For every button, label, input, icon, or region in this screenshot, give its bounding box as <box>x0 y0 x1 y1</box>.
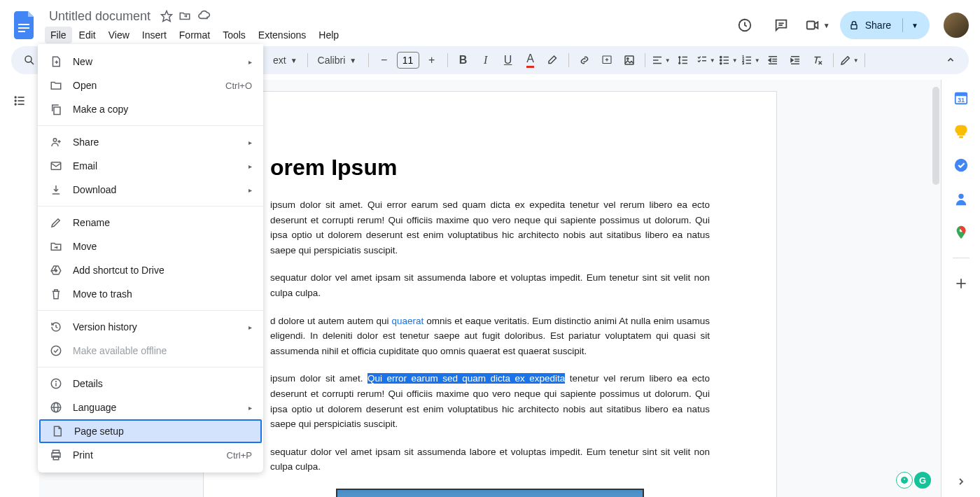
svg-rect-61 <box>54 107 60 115</box>
tasks-app-icon[interactable] <box>953 157 969 174</box>
file-menu-dropdown: New▸OpenCtrl+OMake a copyShare▸Email▸Dow… <box>38 44 263 472</box>
paragraph-style-select[interactable]: ext ▼ <box>269 55 302 66</box>
paragraph[interactable]: sequatur dolor vel amet ipsam sit assume… <box>270 444 710 475</box>
file-menu-download[interactable]: Download▸ <box>38 178 263 202</box>
svg-point-79 <box>904 479 905 480</box>
file-menu-rename[interactable]: Rename <box>38 211 263 234</box>
menu-item-label: Make available offline <box>73 345 252 356</box>
increase-indent-button[interactable] <box>785 50 805 70</box>
file-menu-make-a-copy[interactable]: Make a copy <box>38 97 263 121</box>
search-menus-icon[interactable] <box>20 50 39 70</box>
paragraph[interactable]: ipsum dolor sit amet. Qui error earum se… <box>270 197 710 258</box>
menu-item-label: Make a copy <box>73 104 252 115</box>
file-menu-move[interactable]: Move <box>38 234 263 258</box>
italic-button[interactable]: I <box>476 50 496 70</box>
submenu-arrow-icon: ▸ <box>248 404 252 412</box>
comments-icon[interactable] <box>767 11 795 39</box>
menu-edit[interactable]: Edit <box>74 27 102 43</box>
menu-insert[interactable]: Insert <box>136 27 172 43</box>
share-button[interactable]: Share ▼ <box>840 11 930 39</box>
vertical-scrollbar[interactable] <box>932 87 939 185</box>
insert-image-button[interactable] <box>620 50 639 70</box>
submenu-arrow-icon: ▸ <box>248 323 252 331</box>
history-icon[interactable] <box>731 11 759 39</box>
menu-view[interactable]: View <box>103 27 135 43</box>
cloud-status-icon[interactable] <box>197 9 211 23</box>
grammarly-badge[interactable]: G <box>914 472 931 489</box>
selected-text[interactable]: Qui error earum sed quam dicta ex expedi… <box>368 373 565 384</box>
menu-item-label: New <box>73 56 239 67</box>
menu-item-label: Page setup <box>74 426 251 437</box>
embedded-image[interactable] <box>336 489 644 497</box>
decrease-font-size-button[interactable]: − <box>374 50 394 70</box>
editing-mode-button[interactable]: ▼ <box>839 50 859 70</box>
insert-link-button[interactable] <box>575 50 594 70</box>
star-icon[interactable] <box>160 10 173 22</box>
file-menu-details[interactable]: Details <box>38 372 263 396</box>
bulleted-list-button[interactable]: ▼ <box>718 50 738 70</box>
meet-button[interactable]: ▼ <box>804 11 832 39</box>
decrease-indent-button[interactable] <box>763 50 783 70</box>
line-spacing-button[interactable] <box>673 50 693 70</box>
get-addons-button[interactable] <box>953 275 969 292</box>
svg-point-9 <box>25 56 31 62</box>
menu-help[interactable]: Help <box>313 27 344 43</box>
show-outline-button[interactable] <box>7 88 32 113</box>
menu-extensions[interactable]: Extensions <box>253 27 312 43</box>
file-menu-new[interactable]: New▸ <box>38 50 263 74</box>
maps-app-icon[interactable] <box>953 224 969 241</box>
paragraph[interactable]: ipsum dolor sit amet. Qui error earum se… <box>270 371 710 431</box>
page: orem Ipsum ipsum dolor sit amet. Qui err… <box>203 91 777 497</box>
drive-add-icon: + <box>49 263 63 277</box>
keep-app-icon[interactable] <box>953 123 969 140</box>
menu-file[interactable]: File <box>45 27 72 43</box>
docs-logo[interactable] <box>11 11 39 39</box>
font-size-input[interactable]: 11 <box>397 52 419 69</box>
calendar-app-icon[interactable]: 31 <box>953 90 969 106</box>
extension-badges: G <box>896 472 931 489</box>
menu-item-label: Email <box>73 160 239 172</box>
shortcut-text: Ctrl+O <box>225 80 252 91</box>
shortcut-text: Ctrl+P <box>227 450 252 461</box>
add-comment-button[interactable] <box>597 50 617 70</box>
submenu-arrow-icon: ▸ <box>248 162 252 170</box>
file-menu-move-to-trash[interactable]: Move to trash <box>38 282 263 306</box>
align-button[interactable]: ▼ <box>651 50 671 70</box>
file-menu-page-setup[interactable]: Page setup <box>39 419 262 443</box>
file-menu-share[interactable]: Share▸ <box>38 130 263 154</box>
file-menu-version-history[interactable]: Version history▸ <box>38 315 263 339</box>
bold-button[interactable]: B <box>454 50 473 70</box>
menu-item-label: Move to trash <box>73 288 252 300</box>
file-menu-language[interactable]: Language▸ <box>38 396 263 419</box>
extension-badge-1[interactable] <box>896 472 913 489</box>
svg-rect-7 <box>807 22 815 29</box>
file-menu-open[interactable]: OpenCtrl+O <box>38 74 263 97</box>
submenu-arrow-icon: ▸ <box>248 186 252 194</box>
document-heading[interactable]: orem Ipsum <box>270 155 710 181</box>
page-icon <box>50 424 64 438</box>
file-menu-email[interactable]: Email▸ <box>38 154 263 178</box>
font-family-select[interactable]: Calibri ▼ <box>314 55 363 66</box>
menu-tools[interactable]: Tools <box>217 27 251 43</box>
increase-font-size-button[interactable]: + <box>422 50 442 70</box>
collapse-toolbar-button[interactable] <box>941 50 960 70</box>
hide-side-panel-button[interactable] <box>953 473 969 490</box>
file-menu-add-shortcut-to-drive[interactable]: +Add shortcut to Drive <box>38 258 263 282</box>
numbered-list-button[interactable]: 123▼ <box>741 50 760 70</box>
menu-format[interactable]: Format <box>174 27 216 43</box>
text-color-button[interactable]: A <box>521 50 540 70</box>
file-menu-print[interactable]: PrintCtrl+P <box>38 443 263 467</box>
document-title[interactable]: Untitled document <box>45 8 155 25</box>
submenu-arrow-icon: ▸ <box>248 139 252 146</box>
underline-button[interactable]: U <box>498 50 518 70</box>
paragraph[interactable]: sequatur dolor vel amet ipsam sit assume… <box>270 270 710 300</box>
hyperlink[interactable]: quaerat <box>391 316 424 326</box>
highlight-button[interactable] <box>543 50 563 70</box>
user-avatar[interactable] <box>944 13 969 38</box>
chevron-down-icon: ▼ <box>911 22 918 29</box>
contacts-app-icon[interactable] <box>953 190 969 207</box>
paragraph[interactable]: d dolore ut autem autem qui quaerat omni… <box>270 314 710 359</box>
clear-formatting-button[interactable] <box>808 50 827 70</box>
move-to-folder-icon[interactable] <box>178 10 191 22</box>
checklist-button[interactable]: ▼ <box>696 50 715 70</box>
